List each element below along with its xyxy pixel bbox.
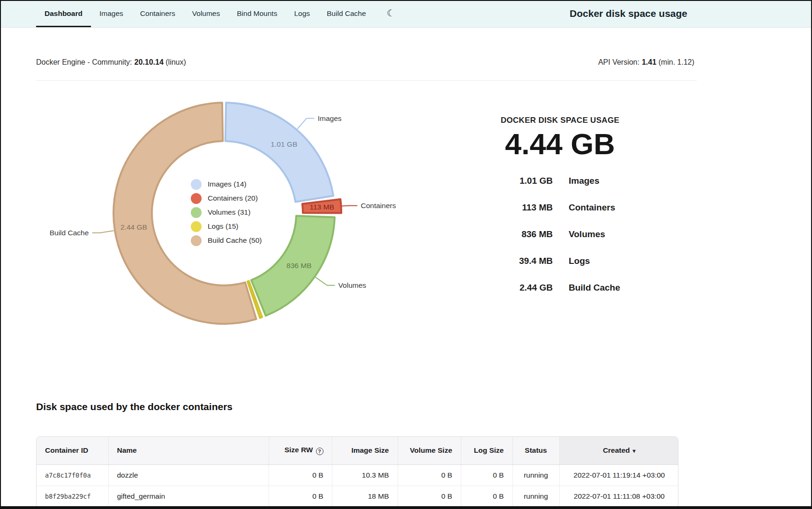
cell-status: running <box>512 486 559 507</box>
summary-value: 2.44 GB <box>472 283 553 293</box>
cell-created: 2022-07-01 11:11:08 +03:00 <box>559 486 678 507</box>
engine-suffix: (linux) <box>165 58 186 66</box>
cell-volume-size: 0 B <box>398 486 461 507</box>
legend-item-build-cache[interactable]: Build Cache (50) <box>191 233 262 247</box>
cell-image-size: 18 MB <box>332 486 398 507</box>
api-label: API Version: <box>598 58 639 66</box>
cell-log-size: 0 B <box>461 464 512 486</box>
summary-item-logs: 39.4 MBLogs <box>472 256 648 266</box>
app-title: Docker disk space usage <box>570 1 687 26</box>
container-row-dozzle[interactable]: a7c8c17f0f0adozzle0 B10.3 MB0 B0 Brunnin… <box>37 464 678 486</box>
callout-label-build-cache: Build Cache <box>50 229 89 237</box>
legend-label: Volumes (31) <box>208 208 250 217</box>
summary-label: Images <box>569 176 599 186</box>
legend-item-images[interactable]: Images (14) <box>191 177 262 191</box>
legend-item-containers[interactable]: Containers (20) <box>191 191 262 205</box>
legend-label: Containers (20) <box>208 194 258 202</box>
cell-volume-size: 0 B <box>398 464 461 486</box>
summary-label: Containers <box>569 202 615 213</box>
tab-images[interactable]: Images <box>91 1 132 27</box>
summary-total: 4.44 GB <box>472 127 648 161</box>
cell-status: running <box>512 464 559 486</box>
callout-label-images: Images <box>318 114 342 122</box>
column-header-volume-size[interactable]: Volume Size <box>398 437 461 464</box>
disk-usage-summary: DOCKER DISK SPACE USAGE 4.44 GB 1.01 GBI… <box>472 116 648 309</box>
callout-line-volumes <box>316 277 335 285</box>
moon-icon: ☾ <box>387 7 395 19</box>
legend-swatch-icon <box>191 207 202 218</box>
slice-value-label-volumes: 836 MB <box>286 262 311 269</box>
legend-label: Logs (15) <box>208 222 238 231</box>
app-window: DashboardImagesContainersVolumesBind Mou… <box>0 0 812 509</box>
chart-legend: Images (14)Containers (20)Volumes (31)Lo… <box>191 177 262 247</box>
legend-label: Build Cache (50) <box>208 236 262 245</box>
tab-build-cache[interactable]: Build Cache <box>318 1 375 27</box>
callout-line-images <box>298 119 314 129</box>
legend-swatch-icon <box>191 179 202 190</box>
tab-logs[interactable]: Logs <box>286 1 318 27</box>
cell-created: 2022-07-01 11:19:14 +03:00 <box>559 464 678 486</box>
column-header-container-id[interactable]: Container ID <box>37 437 108 464</box>
cell-name: gifted_germain <box>108 486 269 507</box>
tab-containers[interactable]: Containers <box>132 1 184 27</box>
callout-label-volumes: Volumes <box>338 281 367 289</box>
tab-bind-mounts[interactable]: Bind Mounts <box>228 1 286 27</box>
summary-value: 39.4 MB <box>472 256 553 266</box>
engine-info-row: Docker Engine - Community:20.10.14 (linu… <box>36 58 697 67</box>
legend-swatch-icon <box>191 235 202 246</box>
cell-log-size: 0 B <box>461 486 512 507</box>
legend-swatch-icon <box>191 193 202 204</box>
column-header-log-size[interactable]: Log Size <box>461 437 512 464</box>
cell-container-id: b8f29ba229cf <box>37 486 108 507</box>
summary-value: 113 MB <box>472 202 553 213</box>
engine-version-text: Docker Engine - Community:20.10.14 (linu… <box>36 58 188 67</box>
column-header-status[interactable]: Status <box>512 437 559 464</box>
containers-table-title: Disk space used by the docker containers <box>36 401 233 412</box>
cell-size-rw: 0 B <box>269 486 332 507</box>
column-header-image-size[interactable]: Image Size <box>332 437 398 464</box>
summary-label: Build Cache <box>569 283 620 293</box>
sort-desc-icon: ▾ <box>633 448 636 454</box>
legend-item-logs[interactable]: Logs (15) <box>191 219 262 233</box>
summary-label: Logs <box>569 256 590 266</box>
legend-swatch-icon <box>191 221 202 232</box>
column-header-name[interactable]: Name <box>108 437 269 464</box>
summary-item-volumes: 836 MBVolumes <box>472 229 648 240</box>
column-header-created[interactable]: Created▾ <box>559 437 678 464</box>
top-nav: DashboardImagesContainersVolumesBind Mou… <box>1 1 811 28</box>
summary-items: 1.01 GBImages113 MBContainers836 MBVolum… <box>472 176 648 293</box>
slice-value-label-images: 1.01 GB <box>271 140 297 148</box>
cell-name: dozzle <box>108 464 269 486</box>
summary-item-containers: 113 MBContainers <box>472 202 648 213</box>
engine-label: Docker Engine - Community: <box>36 58 132 66</box>
cell-container-id: a7c8c17f0f0a <box>37 464 108 486</box>
summary-label: Volumes <box>569 229 605 240</box>
column-header-size-rw[interactable]: Size RW? <box>269 437 332 464</box>
summary-heading: DOCKER DISK SPACE USAGE <box>472 116 648 125</box>
nav-tabs: DashboardImagesContainersVolumesBind Mou… <box>36 1 375 27</box>
callout-line-build-cache <box>92 231 113 233</box>
legend-item-volumes[interactable]: Volumes (31) <box>191 205 262 219</box>
help-icon[interactable]: ? <box>316 448 323 455</box>
callout-label-containers: Containers <box>361 202 396 210</box>
containers-table: Container IDNameSize RW?Image SizeVolume… <box>36 436 678 508</box>
slice-value-label-build-cache: 2.44 GB <box>120 223 147 231</box>
summary-item-images: 1.01 GBImages <box>472 176 648 186</box>
cell-size-rw: 0 B <box>269 464 332 486</box>
api-suffix: (min. 1.12) <box>659 58 694 66</box>
legend-label: Images (14) <box>208 180 247 188</box>
engine-version: 20.10.14 <box>135 58 164 66</box>
cell-image-size: 10.3 MB <box>332 464 398 486</box>
section-divider <box>36 80 697 81</box>
tab-dashboard[interactable]: Dashboard <box>36 1 91 27</box>
slice-value-label-containers: 113 MB <box>309 203 334 211</box>
callout-line-containers <box>342 206 357 206</box>
summary-value: 1.01 GB <box>472 176 553 186</box>
summary-value: 836 MB <box>472 229 553 240</box>
summary-item-build-cache: 2.44 GBBuild Cache <box>472 283 648 293</box>
api-version-text: API Version:1.41 (min. 1.12) <box>598 58 697 67</box>
tab-volumes[interactable]: Volumes <box>184 1 228 27</box>
api-version: 1.41 <box>642 58 656 66</box>
container-row-gifted_germain[interactable]: b8f29ba229cfgifted_germain0 B18 MB0 B0 B… <box>37 486 678 507</box>
dark-mode-toggle[interactable]: ☾ <box>387 1 395 27</box>
